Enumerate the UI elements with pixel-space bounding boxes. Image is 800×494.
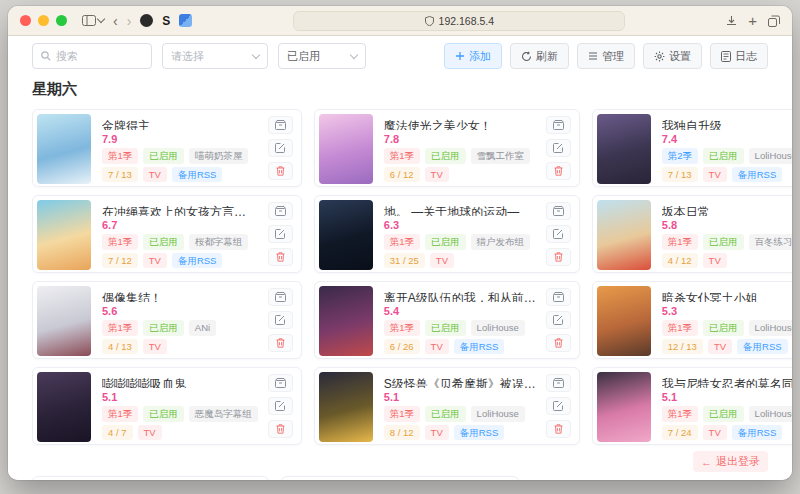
rss-tag: 备用RSS: [172, 253, 223, 269]
status-tag: 已启用: [703, 320, 744, 336]
blue-grid-extension-icon[interactable]: [179, 14, 192, 27]
logout-label: 退出登录: [716, 454, 760, 469]
logout-button[interactable]: ← 退出登录: [693, 451, 768, 472]
card-actions: [542, 114, 575, 182]
poster-image[interactable]: [37, 372, 91, 442]
edit-button[interactable]: [268, 311, 293, 329]
edit-button[interactable]: [268, 397, 293, 415]
archive-button[interactable]: [268, 288, 293, 306]
archive-button[interactable]: [546, 202, 571, 220]
type-tag: TV: [143, 339, 167, 355]
delete-button[interactable]: [546, 162, 571, 180]
trash-icon: [276, 252, 285, 262]
archive-button[interactable]: [546, 374, 571, 392]
tag-row-2: 6 / 26 TV 备用RSS: [384, 339, 536, 355]
minimize-window-button[interactable]: [38, 15, 49, 26]
archive-button[interactable]: [268, 202, 293, 220]
filter-select[interactable]: 请选择: [162, 43, 268, 69]
dark-circle-extension-icon[interactable]: [140, 14, 153, 27]
delete-button[interactable]: [268, 248, 293, 266]
type-tag: TV: [138, 425, 162, 441]
trash-icon: [554, 166, 563, 176]
close-window-button[interactable]: [20, 15, 31, 26]
poster-image[interactable]: [597, 286, 651, 356]
s-letter-extension-icon[interactable]: S: [162, 15, 170, 27]
tag-row-2: 8 / 12 TV 备用RSS: [384, 425, 536, 441]
delete-button[interactable]: [546, 334, 571, 352]
search-input[interactable]: 搜索: [32, 43, 152, 69]
settings-button[interactable]: 设置: [643, 43, 702, 69]
bangumi-info: 我与尼特女忍者的莫名同… 5.1 第1季 已启用 LoliHouse 7 / 2…: [651, 372, 792, 440]
tab-overview-icon[interactable]: [768, 15, 780, 27]
address-bar[interactable]: 192.168.5.4: [293, 11, 625, 31]
edit-button[interactable]: [546, 139, 571, 157]
poster-image[interactable]: [597, 200, 651, 270]
episode-progress-tag: 7 / 12: [102, 253, 138, 269]
poster-image[interactable]: [597, 114, 651, 184]
new-tab-icon[interactable]: +: [748, 13, 757, 28]
bangumi-rating: 5.1: [384, 391, 536, 403]
status-tag: 已启用: [143, 406, 184, 422]
browser-chrome: ‹ › S 192.168.5.4 +: [8, 6, 792, 36]
desktop-background: ‹ › S 192.168.5.4 +: [0, 0, 800, 494]
delete-button[interactable]: [546, 420, 571, 438]
zoom-window-button[interactable]: [56, 15, 67, 26]
bangumi-card: 坂本日常 5.8 第1季 已启用 百冬练习组 4 / 12 TV: [592, 195, 792, 273]
edit-pencil-icon: [275, 143, 285, 153]
back-button[interactable]: ‹: [113, 14, 118, 28]
poster-image[interactable]: [597, 372, 651, 442]
poster-image[interactable]: [37, 200, 91, 270]
edit-button[interactable]: [268, 225, 293, 243]
subgroup-tag: LoliHouse: [749, 148, 792, 164]
tag-row-1: 第2季 已启用 LoliHouse: [662, 148, 792, 164]
poster-image[interactable]: [37, 286, 91, 356]
archive-button[interactable]: [546, 288, 571, 306]
shield-icon: [425, 16, 434, 26]
tag-row-2: 4 / 12 TV: [662, 253, 792, 269]
status-tag: 已启用: [425, 320, 466, 336]
edit-button[interactable]: [268, 139, 293, 157]
delete-button[interactable]: [546, 248, 571, 266]
edit-button[interactable]: [546, 397, 571, 415]
tag-row-2: 7 / 12 TV 备用RSS: [102, 253, 258, 269]
delete-button[interactable]: [268, 334, 293, 352]
bangumi-title: 金牌得主: [102, 118, 258, 130]
bangumi-info: 魔法使光之美少女！ 7.8 第1季 已启用 雪飘工作室 6 / 12 TV: [373, 114, 542, 182]
logs-button[interactable]: 日志: [710, 43, 768, 69]
delete-button[interactable]: [268, 420, 293, 438]
sidebar-toggle-icon[interactable]: [82, 15, 104, 26]
left-arrow-icon: ←: [701, 456, 712, 468]
poster-image[interactable]: [319, 114, 373, 184]
status-select[interactable]: 已启用: [278, 43, 366, 69]
downloads-icon[interactable]: [726, 15, 737, 26]
edit-button[interactable]: [546, 225, 571, 243]
bangumi-rating: 7.9: [102, 133, 258, 145]
manage-button[interactable]: 管理: [577, 43, 635, 69]
status-tag: 已启用: [703, 406, 744, 422]
forward-button[interactable]: ›: [127, 14, 132, 28]
archive-button[interactable]: [268, 374, 293, 392]
edit-pencil-icon: [275, 315, 285, 325]
poster-image[interactable]: [319, 286, 373, 356]
edit-button[interactable]: [546, 311, 571, 329]
poster-image[interactable]: [319, 200, 373, 270]
bangumi-card: 魔法使光之美少女！ 7.8 第1季 已启用 雪飘工作室 6 / 12 TV: [314, 109, 580, 187]
tag-row-2: 4 / 7 TV: [102, 425, 258, 441]
bangumi-card: 离开A级队伍的我，和从前… 5.4 第1季 已启用 LoliHouse 6 / …: [314, 281, 580, 359]
add-button[interactable]: 添加: [444, 43, 502, 69]
tag-row-1: 第1季 已启用 LoliHouse: [384, 406, 536, 422]
card-actions: [264, 200, 297, 268]
poster-image[interactable]: [37, 114, 91, 184]
tag-row-1: 第1季 已启用 LoliHouse: [662, 406, 792, 422]
archive-button[interactable]: [268, 116, 293, 134]
plus-icon: [455, 51, 465, 61]
bangumi-rating: 7.8: [384, 133, 536, 145]
poster-image[interactable]: [319, 372, 373, 442]
archive-button[interactable]: [546, 116, 571, 134]
subgroup-tag: 百冬练习组: [749, 234, 792, 250]
refresh-button-label: 刷新: [536, 49, 558, 64]
rss-tag: 备用RSS: [454, 425, 505, 441]
refresh-button[interactable]: 刷新: [510, 43, 569, 69]
delete-button[interactable]: [268, 162, 293, 180]
archive-box-icon: [275, 292, 286, 302]
